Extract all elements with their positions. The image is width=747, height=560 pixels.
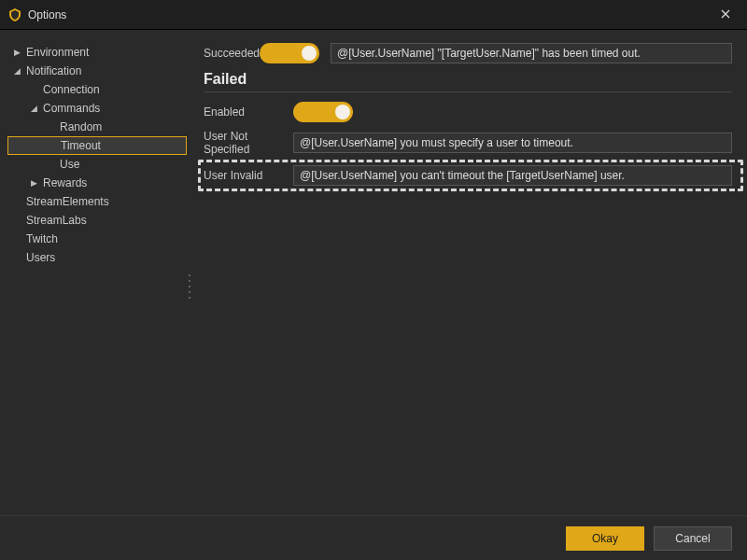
failed-enabled-toggle[interactable] — [293, 102, 353, 122]
tree-label: Environment — [26, 46, 89, 59]
options-tree: ▶ Environment ◢ Notification Connection … — [0, 30, 187, 515]
tree-item-commands[interactable]: ◢ Commands — [7, 99, 187, 118]
toggle-knob — [335, 105, 350, 119]
succeeded-toggle[interactable] — [260, 43, 319, 63]
tree-label: StreamLabs — [26, 214, 87, 227]
tree-item-users[interactable]: Users — [7, 248, 187, 267]
tree-label: Random — [60, 120, 102, 133]
tree-item-streamelements[interactable]: StreamElements — [7, 192, 187, 211]
titlebar: Options — [0, 0, 747, 30]
tree-label: Connection — [43, 83, 100, 96]
user-not-specified-label: User Not Specified — [204, 130, 293, 156]
tree-item-connection[interactable]: Connection — [7, 80, 187, 99]
tree-label: Twitch — [26, 232, 58, 245]
succeeded-label: Succeeded — [204, 47, 260, 60]
no-expander — [11, 233, 22, 245]
chevron-right-icon: ▶ — [28, 177, 39, 189]
divider — [204, 91, 732, 92]
no-expander — [45, 159, 56, 170]
succeeded-row: Succeeded — [204, 43, 732, 63]
window-title: Options — [28, 8, 66, 21]
close-icon — [721, 8, 730, 21]
no-expander — [45, 121, 56, 133]
tree-label: Notification — [26, 64, 81, 77]
okay-button[interactable]: Okay — [566, 526, 644, 551]
tree-label: Commands — [43, 102, 100, 115]
no-expander — [11, 252, 22, 263]
cancel-button[interactable]: Cancel — [654, 526, 732, 551]
user-invalid-input[interactable] — [293, 165, 732, 186]
user-invalid-row: User Invalid — [204, 165, 732, 186]
user-invalid-label: User Invalid — [204, 169, 293, 182]
user-not-specified-input[interactable] — [293, 133, 732, 153]
tree-item-twitch[interactable]: Twitch — [7, 230, 187, 248]
no-expander — [11, 215, 22, 226]
no-expander — [28, 84, 39, 95]
dialog-footer: Okay Cancel — [0, 515, 747, 560]
toggle-knob — [302, 46, 317, 61]
splitter-handle[interactable] — [187, 273, 192, 301]
user-not-specified-row: User Not Specified — [204, 130, 732, 156]
tree-label: Timeout — [61, 139, 101, 152]
tree-item-use[interactable]: Use — [7, 155, 187, 174]
tree-label: Use — [60, 158, 79, 171]
close-button[interactable] — [704, 0, 747, 30]
chevron-down-icon: ◢ — [28, 103, 39, 114]
tree-item-random[interactable]: Random — [7, 118, 187, 136]
tree-item-streamlabs[interactable]: StreamLabs — [7, 211, 187, 230]
enabled-row: Enabled — [204, 102, 732, 122]
tree-item-rewards[interactable]: ▶ Rewards — [7, 174, 187, 192]
tree-item-notification[interactable]: ◢ Notification — [7, 62, 187, 80]
no-expander — [46, 140, 57, 151]
tree-label: StreamElements — [26, 195, 109, 208]
no-expander — [11, 196, 22, 207]
app-icon — [7, 7, 22, 22]
enabled-label: Enabled — [204, 105, 293, 119]
content-pane: Succeeded Failed Enabled User Not Specif… — [187, 30, 747, 515]
tree-item-timeout[interactable]: Timeout — [7, 136, 187, 155]
chevron-down-icon: ◢ — [11, 65, 22, 77]
chevron-right-icon: ▶ — [11, 47, 22, 58]
succeeded-text-input[interactable] — [331, 43, 732, 63]
tree-label: Users — [26, 251, 55, 264]
tree-item-environment[interactable]: ▶ Environment — [7, 43, 187, 62]
failed-section-title: Failed — [204, 71, 732, 88]
tree-label: Rewards — [43, 176, 87, 189]
